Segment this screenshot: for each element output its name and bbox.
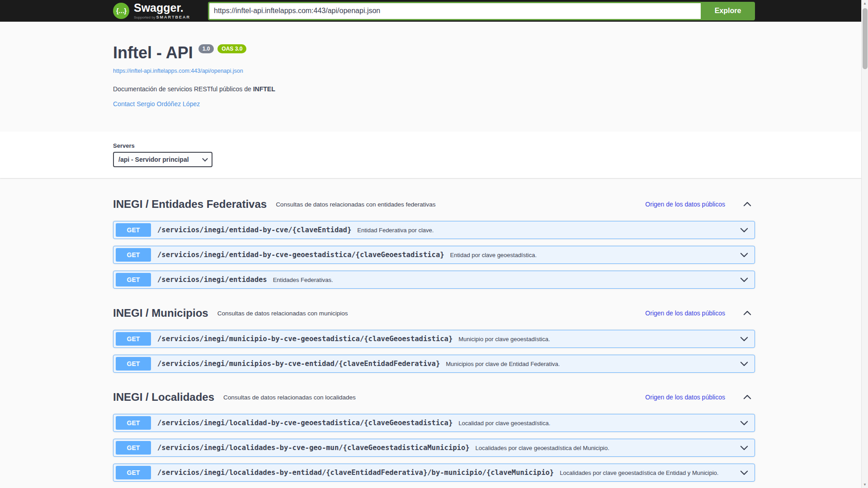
smartbear-byline: Supported bySMARTBEAR (134, 15, 190, 19)
topbar: {…} Swagger. Supported bySMARTBEAR Explo… (0, 0, 868, 22)
endpoint-summary: Localidades por clave geoestadística de … (560, 469, 718, 476)
endpoint-row[interactable]: GET /servicios/inegi/municipio-by-cve-ge… (113, 330, 755, 348)
api-tag-title: INEGI / Entidades Federativas (113, 198, 267, 211)
external-docs-link[interactable]: Origen de los datos públicos (645, 394, 725, 401)
api-title-text: Inftel - API (113, 43, 193, 62)
api-description: Documentación de servicios RESTful públi… (113, 85, 755, 93)
endpoint-summary: Municipio por clave geoestadística. (458, 336, 550, 343)
endpoint-path: /servicios/inegi/entidades (157, 276, 267, 284)
swagger-logo-icon: {…} (113, 3, 129, 19)
api-tag-description: Consultas de datos relacionadas con muni… (217, 310, 348, 317)
endpoint-path: /servicios/inegi/municipios-by-cve-entid… (157, 360, 440, 368)
contact-link[interactable]: Contact Sergio Ordóñez López (113, 100, 200, 108)
api-tag-description: Consultas de datos relacionadas con enti… (276, 201, 435, 208)
oas-badge: OAS 3.0 (217, 44, 246, 53)
http-method-badge: GET (116, 332, 151, 346)
endpoint-path: /servicios/inegi/localidades-by-entidad/… (157, 469, 554, 477)
api-description-org: INFTEL (253, 85, 275, 93)
http-method-badge: GET (116, 416, 151, 430)
chevron-up-icon[interactable] (742, 308, 752, 318)
api-tag-section: INEGI / Localidades Consultas de datos r… (113, 391, 755, 482)
endpoint-list: GET /servicios/inegi/localidad-by-cve-ge… (113, 414, 755, 482)
endpoint-row[interactable]: GET /servicios/inegi/municipios-by-cve-e… (113, 355, 755, 373)
http-method-badge: GET (116, 223, 151, 237)
chevron-up-icon[interactable] (742, 392, 752, 402)
scrollbar[interactable]: ▲ ▼ (861, 0, 868, 488)
endpoint-summary: Entidades Federativas. (273, 277, 333, 283)
endpoint-list: GET /servicios/inegi/entidad-by-cve/{cla… (113, 221, 755, 289)
explore-button[interactable]: Explore (701, 2, 755, 20)
swagger-wordmark-text: Swagger. (134, 2, 190, 14)
endpoint-row[interactable]: GET /servicios/inegi/localidades-by-enti… (113, 464, 755, 482)
sections: INEGI / Entidades Federativas Consultas … (104, 178, 764, 482)
spec-url-input[interactable] (208, 2, 701, 20)
external-docs-link[interactable]: Origen de los datos públicos (645, 201, 725, 208)
chevron-down-icon[interactable] (739, 443, 749, 453)
endpoint-list: GET /servicios/inegi/municipio-by-cve-ge… (113, 330, 755, 373)
api-tag-section: INEGI / Municipios Consultas de datos re… (113, 307, 755, 373)
chevron-down-icon[interactable] (739, 418, 749, 428)
page-title: Inftel - API 1.0 OAS 3.0 (113, 43, 755, 62)
endpoint-summary: Entidad Federativa por clave. (357, 227, 434, 234)
swagger-wordmark: Swagger. Supported bySMARTBEAR (134, 2, 190, 19)
endpoint-row[interactable]: GET /servicios/inegi/entidad-by-cve/{cla… (113, 221, 755, 239)
api-tag-section: INEGI / Entidades Federativas Consultas … (113, 198, 755, 289)
chevron-up-icon[interactable] (742, 199, 752, 209)
chevron-down-icon[interactable] (739, 334, 749, 344)
endpoint-row[interactable]: GET /servicios/inegi/entidad-by-cve-geoe… (113, 246, 755, 264)
endpoint-path: /servicios/inegi/entidad-by-cve-geoestad… (157, 251, 444, 259)
endpoint-path: /servicios/inegi/entidad-by-cve/{claveEn… (157, 226, 351, 234)
endpoint-path: /servicios/inegi/municipio-by-cve-geoest… (157, 335, 453, 343)
endpoint-summary: Localidad por clave geoestadística. (458, 420, 550, 427)
endpoint-path: /servicios/inegi/localidad-by-cve-geoest… (157, 419, 453, 427)
servers-select[interactable]: /api - Servidor principal (113, 152, 212, 167)
api-tag-title: INEGI / Localidades (113, 391, 214, 404)
endpoint-summary: Localidades por clave geoestadística del… (476, 445, 609, 451)
api-description-text: Documentación de servicios RESTful públi… (113, 85, 253, 93)
chevron-down-icon[interactable] (739, 359, 749, 369)
http-method-badge: GET (116, 248, 151, 262)
http-method-badge: GET (116, 466, 151, 479)
scrollbar-thumb[interactable] (863, 8, 868, 69)
scroll-down-icon[interactable]: ▼ (863, 481, 867, 488)
endpoint-row[interactable]: GET /servicios/inegi/localidad-by-cve-ge… (113, 414, 755, 432)
spec-url-link[interactable]: https://inftel-api.inftelapps.com:443/ap… (113, 68, 243, 74)
chevron-down-icon[interactable] (739, 468, 749, 478)
explore-form: Explore (208, 2, 755, 20)
info-section: Inftel - API 1.0 OAS 3.0 https://inftel-… (104, 22, 764, 108)
endpoint-summary: Entidad por clave geoestadística. (450, 252, 537, 258)
version-badge: 1.0 (198, 44, 214, 53)
version-badges: 1.0 OAS 3.0 (198, 44, 247, 53)
api-tag-header[interactable]: INEGI / Entidades Federativas Consultas … (113, 198, 755, 211)
http-method-badge: GET (116, 441, 151, 455)
scroll-up-icon[interactable]: ▲ (863, 0, 867, 7)
endpoint-summary: Municipios por clave de Entidad Federati… (446, 361, 560, 367)
http-method-badge: GET (116, 273, 151, 286)
supported-by-text: Supported by (134, 15, 156, 19)
api-tag-title: INEGI / Municipios (113, 307, 208, 319)
api-tag-description: Consultas de datos relacionadas con loca… (223, 394, 356, 401)
swagger-logo[interactable]: {…} Swagger. Supported bySMARTBEAR (113, 2, 190, 19)
external-docs-link[interactable]: Origen de los datos públicos (645, 310, 725, 317)
api-tag-header[interactable]: INEGI / Localidades Consultas de datos r… (113, 391, 755, 404)
chevron-down-icon[interactable] (739, 225, 749, 235)
endpoint-path: /servicios/inegi/localidades-by-cve-geo-… (157, 444, 470, 452)
api-tag-header[interactable]: INEGI / Municipios Consultas de datos re… (113, 307, 755, 319)
smartbear-text: SMARTBEAR (156, 15, 191, 19)
http-method-badge: GET (116, 357, 151, 371)
endpoint-row[interactable]: GET /servicios/inegi/entidades Entidades… (113, 271, 755, 289)
chevron-down-icon[interactable] (739, 275, 749, 285)
servers-label: Servers (113, 142, 755, 149)
chevron-down-icon[interactable] (739, 250, 749, 260)
scheme-container: Servers /api - Servidor principal (0, 131, 868, 178)
endpoint-row[interactable]: GET /servicios/inegi/localidades-by-cve-… (113, 439, 755, 457)
